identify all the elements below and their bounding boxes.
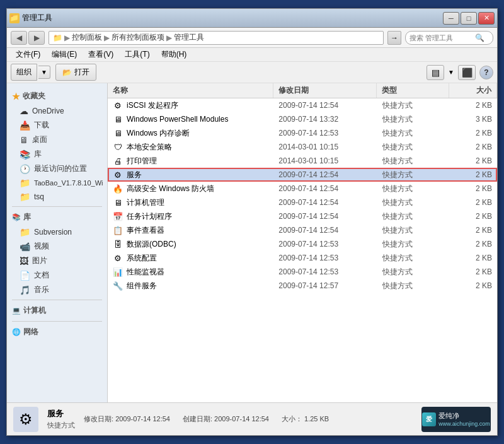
status-info: 服务 快捷方式 [47, 408, 75, 430]
sidebar-item-tsq[interactable]: 📁 tsq [7, 190, 107, 204]
file-row-name-0: iSCSI 发起程序 [127, 100, 178, 111]
search-input[interactable] [410, 34, 472, 42]
video-icon: 📹 [20, 242, 30, 252]
sidebar-item-pictures[interactable]: 🖼 图片 [7, 254, 107, 268]
cell-name-7: 🖥 计算机管理 [108, 196, 273, 209]
sidebar-music-label: 音乐 [34, 284, 49, 295]
cell-type-7: 快捷方式 [377, 196, 450, 209]
file-row[interactable]: 📊 性能监视器 2009-07-14 12:53 快捷方式 2 KB [108, 265, 497, 279]
cell-type-1: 快捷方式 [377, 112, 450, 126]
file-row[interactable]: 🔧 组件服务 2009-07-14 12:57 快捷方式 2 KB [108, 279, 497, 293]
status-create-date: 2009-07-14 12:54 [214, 415, 269, 423]
breadcrumb-tools[interactable]: 管理工具 [174, 32, 204, 43]
sidebar-divider-3 [12, 321, 102, 322]
file-list: ⚙ iSCSI 发起程序 2009-07-14 12:54 快捷方式 2 KB … [108, 98, 497, 402]
view-button[interactable]: ▤ [427, 65, 444, 80]
menu-view[interactable]: 查看(V) [83, 48, 118, 61]
open-label: 打开 [74, 67, 89, 78]
close-button[interactable]: ✕ [478, 12, 495, 25]
cell-name-5: ⚙ 服务 [108, 168, 273, 182]
cell-size-1: 3 KB [450, 112, 497, 126]
status-modify-label: 修改日期: 2009-07-14 12:54 [84, 414, 170, 424]
sidebar-item-desktop[interactable]: 🖥 桌面 [7, 132, 107, 147]
file-row-icon-3: 🛡 [113, 142, 123, 152]
sidebar-item-subversion[interactable]: 📁 Subversion [7, 225, 107, 239]
sidebar-item-onedrive[interactable]: ☁ OneDrive [7, 104, 107, 118]
sidebar-computer-header[interactable]: 💻 计算机 [7, 303, 107, 318]
minimize-button[interactable]: ─ [443, 12, 459, 25]
file-row[interactable]: ⚙ 系统配置 2009-07-14 12:53 快捷方式 2 KB [108, 251, 497, 265]
organize-button[interactable]: 组织 ▼ [11, 64, 50, 81]
menu-file[interactable]: 文件(F) [11, 48, 45, 61]
file-row[interactable]: 🔥 高级安全 Windows 防火墙 2009-07-14 12:54 快捷方式… [108, 182, 497, 196]
cell-date-10: 2009-07-14 12:53 [273, 237, 377, 251]
file-row[interactable]: 🖥 Windows PowerShell Modules 2009-07-14 … [108, 112, 497, 126]
cell-name-8: 📅 任务计划程序 [108, 209, 273, 223]
help-button[interactable]: ? [479, 66, 493, 79]
titlebar: 📁 管理工具 ─ □ ✕ [7, 9, 497, 28]
sidebar-item-recent[interactable]: 🕐 最近访问的位置 [7, 161, 107, 176]
sidebar: ★ 收藏夹 ☁ OneDrive 📥 下载 🖥 桌面 📚 库 [7, 83, 108, 402]
cell-size-9: 2 KB [450, 223, 497, 237]
file-row[interactable]: 📋 事件查看器 2009-07-14 12:54 快捷方式 2 KB [108, 223, 497, 237]
menu-tools[interactable]: 工具(T) [120, 48, 154, 61]
file-row-icon-7: 🖥 [113, 197, 123, 207]
computer-icon: 💻 [12, 307, 21, 315]
col-header-size[interactable]: 大小 [449, 83, 497, 98]
file-row-name-8: 任务计划程序 [127, 211, 172, 222]
preview-pane-button[interactable]: ⬛ [458, 65, 476, 80]
sidebar-item-docs[interactable]: 📄 文档 [7, 268, 107, 283]
cell-size-6: 2 KB [450, 182, 497, 196]
sidebar-network-header[interactable]: 🌐 网络 [7, 324, 107, 340]
back-button[interactable]: ◀ [11, 31, 27, 45]
file-row[interactable]: 🛡 本地安全策略 2014-03-01 10:15 快捷方式 2 KB [108, 140, 497, 154]
file-row-icon-12: 📊 [113, 267, 123, 277]
cell-type-5: 快捷方式 [377, 168, 450, 182]
col-header-type[interactable]: 类型 [377, 83, 449, 98]
taobao-icon: 📁 [20, 178, 30, 188]
file-row[interactable]: 🖨 打印管理 2014-03-01 10:15 快捷方式 2 KB [108, 154, 497, 168]
sidebar-item-lib[interactable]: 📚 库 [7, 147, 107, 161]
file-row[interactable]: 🖥 Windows 内存诊断 2009-07-14 12:53 快捷方式 2 K… [108, 126, 497, 140]
sidebar-item-taobao[interactable]: 📁 TaoBao_V1.7.8.10_Wi [7, 176, 107, 190]
maximize-button[interactable]: □ [461, 12, 477, 25]
go-button[interactable]: → [387, 31, 401, 45]
open-button[interactable]: 📂 打开 [55, 64, 96, 81]
network-icon: 🌐 [12, 328, 21, 336]
status-file-type: 快捷方式 [47, 421, 75, 430]
file-row[interactable]: 📅 任务计划程序 2009-07-14 12:54 快捷方式 2 KB [108, 209, 497, 223]
file-row[interactable]: 🗄 数据源(ODBC) 2009-07-14 12:53 快捷方式 2 KB [108, 237, 497, 251]
statusbar: ⚙ 服务 快捷方式 修改日期: 2009-07-14 12:54 创建日期: 2… [7, 402, 497, 435]
organize-label[interactable]: 组织 [11, 64, 37, 81]
file-row[interactable]: ⚙ 服务 2009-07-14 12:54 快捷方式 2 KB [108, 168, 497, 182]
sidebar-favorites-header[interactable]: ★ 收藏夹 [7, 88, 107, 104]
file-row[interactable]: ⚙ iSCSI 发起程序 2009-07-14 12:54 快捷方式 2 KB [108, 98, 497, 112]
breadcrumb-cp[interactable]: 控制面板 [72, 32, 102, 43]
sidebar-item-video[interactable]: 📹 视频 [7, 239, 107, 254]
subversion-icon: 📁 [20, 227, 30, 237]
view-dropdown-icon[interactable]: ▼ [448, 69, 454, 76]
col-header-name[interactable]: 名称 [108, 83, 273, 98]
address-path[interactable]: 📁 ▶ 控制面板 ▶ 所有控制面板项 ▶ 管理工具 [49, 31, 384, 45]
sidebar-subversion-label: Subversion [34, 228, 72, 237]
cell-size-10: 2 KB [450, 237, 497, 251]
sidebar-item-download[interactable]: 📥 下载 [7, 118, 107, 132]
sidebar-docs-label: 文档 [34, 270, 49, 281]
main-window: 📁 管理工具 ─ □ ✕ ◀ ▶ 📁 ▶ 控制面板 ▶ 所有控制面板项 ▶ 管理… [6, 8, 498, 436]
sidebar-network-section: 🌐 网络 [7, 324, 107, 340]
menu-help[interactable]: 帮助(H) [156, 48, 192, 61]
forward-button[interactable]: ▶ [28, 31, 45, 45]
cell-date-5: 2009-07-14 12:54 [273, 168, 377, 182]
search-box[interactable]: 🔍 [405, 31, 493, 45]
cell-date-1: 2009-07-14 13:32 [273, 112, 377, 126]
file-row[interactable]: 🖥 计算机管理 2009-07-14 12:54 快捷方式 2 KB [108, 196, 497, 209]
col-header-date[interactable]: 修改日期 [273, 83, 377, 98]
sidebar-library-header[interactable]: 📚 库 [7, 209, 107, 225]
sidebar-item-music[interactable]: 🎵 音乐 [7, 283, 107, 297]
cell-date-12: 2009-07-14 12:53 [273, 265, 377, 279]
menu-edit[interactable]: 编辑(E) [47, 48, 82, 61]
file-row-icon-6: 🔥 [113, 184, 123, 194]
organize-arrow[interactable]: ▼ [38, 66, 50, 79]
breadcrumb-all[interactable]: 所有控制面板项 [112, 32, 164, 43]
status-size-value: 1.25 KB [304, 415, 329, 423]
